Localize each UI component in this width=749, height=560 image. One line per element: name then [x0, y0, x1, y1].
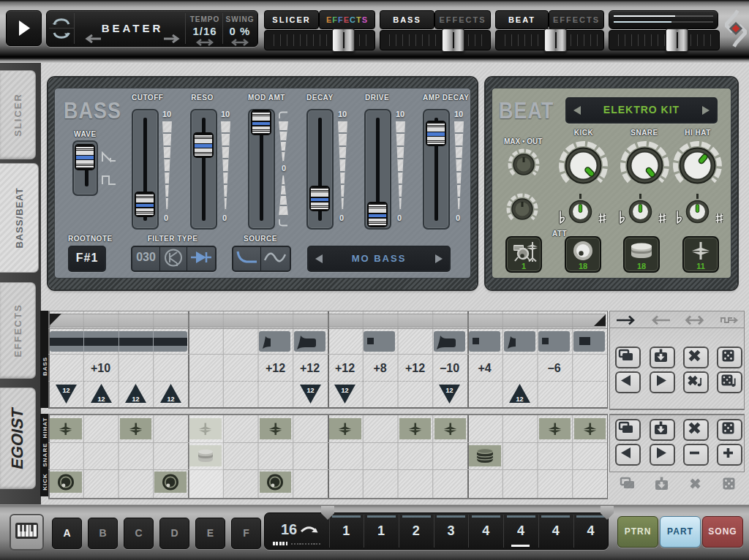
svg-text:12: 12 [167, 396, 174, 403]
svg-text:12: 12 [516, 396, 523, 403]
svg-text:12: 12 [132, 396, 139, 403]
svg-text:12: 12 [341, 387, 348, 394]
svg-text:12: 12 [97, 396, 105, 403]
svg-text:12: 12 [306, 387, 314, 394]
svg-text:12: 12 [62, 387, 69, 394]
svg-text:12: 12 [445, 387, 453, 394]
